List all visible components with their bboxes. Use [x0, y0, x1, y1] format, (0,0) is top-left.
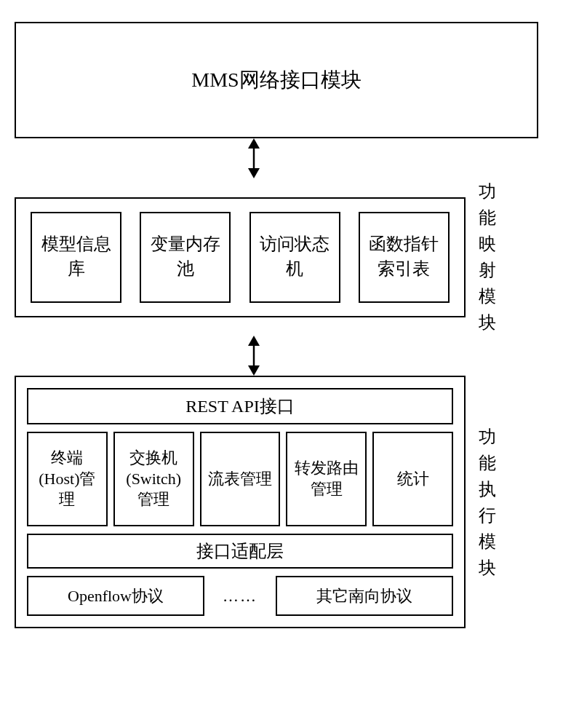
switch-management: 交换机(Switch)管理 — [113, 432, 194, 526]
flow-table-management: 流表管理 — [200, 432, 281, 526]
exec-module-row: REST API接口 终端(Host)管理 交换机(Switch)管理 流表管理… — [15, 376, 572, 628]
arrow-top-to-mapping — [32, 138, 556, 178]
function-execution-module: REST API接口 终端(Host)管理 交换机(Switch)管理 流表管理… — [15, 376, 466, 628]
mapping-module-row: 模型信息库 变量内存池 访问状态机 函数指针索引表 功能映射模块 — [15, 178, 572, 336]
mms-module-title: MMS网络接口模块 — [191, 66, 361, 94]
host-management: 终端(Host)管理 — [27, 432, 108, 526]
svg-marker-5 — [248, 365, 260, 376]
function-pointer-index: 函数指针索引表 — [359, 212, 450, 303]
bidirectional-arrow-icon — [239, 336, 268, 376]
variable-memory-pool: 变量内存池 — [140, 212, 231, 303]
stats-label: 统计 — [397, 469, 429, 490]
rest-api-label: REST API接口 — [185, 395, 295, 418]
dots-label: …… — [223, 587, 257, 605]
other-southbound-protocol: 其它南向协议 — [276, 576, 453, 616]
function-mapping-module: 模型信息库 变量内存池 访问状态机 函数指针索引表 — [15, 197, 466, 317]
protocol-ellipsis: …… — [215, 587, 265, 606]
interface-adapter-layer: 接口适配层 — [27, 534, 453, 569]
exec-module-label: 功能执行模块 — [476, 424, 498, 581]
forwarding-route-management: 转发路由管理 — [286, 432, 367, 526]
mms-network-interface-module: MMS网络接口模块 — [15, 22, 538, 138]
function-pointer-index-label: 函数指针索引表 — [364, 232, 444, 281]
openflow-label: Openflow协议 — [68, 585, 164, 607]
statistics: 统计 — [372, 432, 453, 526]
model-info-db-label: 模型信息库 — [36, 232, 116, 281]
host-mgmt-label: 终端(Host)管理 — [32, 448, 103, 510]
svg-marker-1 — [248, 138, 260, 149]
management-row: 终端(Host)管理 交换机(Switch)管理 流表管理 转发路由管理 统计 — [27, 432, 453, 526]
arrow-mapping-to-exec — [32, 336, 556, 376]
openflow-protocol: Openflow协议 — [27, 576, 204, 616]
route-mgmt-label: 转发路由管理 — [291, 458, 362, 499]
access-state-machine: 访问状态机 — [249, 212, 340, 303]
rest-api-interface: REST API接口 — [27, 388, 453, 424]
architecture-diagram: MMS网络接口模块 模型信息库 变量内存池 访问状态机 函数指针索引表 — [15, 22, 572, 628]
variable-memory-pool-label: 变量内存池 — [145, 232, 225, 281]
adapter-layer-label: 接口适配层 — [196, 539, 284, 563]
top-module-row: MMS网络接口模块 — [15, 22, 572, 138]
other-protocol-label: 其它南向协议 — [316, 585, 412, 607]
svg-marker-2 — [248, 168, 260, 178]
switch-mgmt-label: 交换机(Switch)管理 — [119, 448, 189, 510]
mapping-module-label: 功能映射模块 — [476, 178, 498, 336]
model-info-db: 模型信息库 — [31, 212, 121, 303]
bidirectional-arrow-icon — [239, 138, 268, 178]
access-state-machine-label: 访问状态机 — [255, 232, 335, 281]
protocol-row: Openflow协议 …… 其它南向协议 — [27, 576, 453, 616]
flow-mgmt-label: 流表管理 — [208, 469, 272, 490]
svg-marker-4 — [248, 336, 260, 346]
